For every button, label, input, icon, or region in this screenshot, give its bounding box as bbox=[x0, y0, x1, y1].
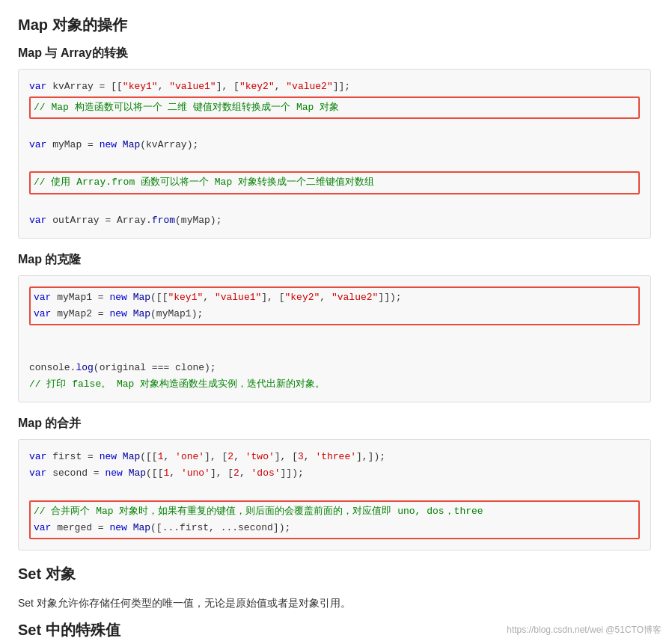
code-line: console.log(original === clone); bbox=[29, 362, 216, 373]
set-intro: Set 对象允许你存储任何类型的唯一值，无论是原始值或者是对象引用。 bbox=[18, 595, 651, 613]
code-block-1: var kvArray = [["key1", "value1"], ["key… bbox=[18, 69, 651, 239]
code-line: var myMap = new Map(kvArray); bbox=[29, 139, 198, 150]
code-line: var first = new Map([[1, 'one'], [2, 'tw… bbox=[29, 451, 385, 462]
highlighted-code-clone1: var myMap1 = new Map([["key1", "value1"]… bbox=[29, 286, 640, 325]
section-heading-map-clone: Map 的克隆 bbox=[18, 252, 651, 268]
highlighted-comment-1: // Map 构造函数可以将一个 二维 键值对数组转换成一个 Map 对象 bbox=[29, 96, 640, 119]
highlighted-merge-comment: // 合并两个 Map 对象时，如果有重复的键值，则后面的会覆盖前面的，对应值即… bbox=[29, 500, 640, 539]
code-line: var kvArray = [["key1", "value1"], ["key… bbox=[29, 81, 350, 92]
section-map-array: Map 与 Array的转换 var kvArray = [["key1", "… bbox=[18, 46, 651, 239]
code-line: var outArray = Array.from(myMap); bbox=[29, 215, 222, 226]
code-line: var second = new Map([[1, 'uno'], [2, 'd… bbox=[29, 467, 304, 479]
set-title: Set 对象 bbox=[18, 564, 651, 584]
highlighted-comment-2: // 使用 Array.from 函数可以将一个 Map 对象转换成一个二维键值… bbox=[29, 171, 640, 194]
section-heading-map-merge: Map 的合并 bbox=[18, 416, 651, 432]
watermark: https://blog.csdn.net/wei @51CTO博客 bbox=[507, 624, 662, 637]
code-block-2: var myMap1 = new Map([["key1", "value1"]… bbox=[18, 275, 651, 403]
code-block-3: var first = new Map([[1, 'one'], [2, 'tw… bbox=[18, 439, 651, 550]
section-map-clone: Map 的克隆 var myMap1 = new Map([["key1", "… bbox=[18, 252, 651, 403]
page-main-title: Map 对象的操作 bbox=[18, 15, 651, 35]
section-map-merge: Map 的合并 var first = new Map([[1, 'one'],… bbox=[18, 416, 651, 550]
section-heading-map-array: Map 与 Array的转换 bbox=[18, 46, 651, 61]
